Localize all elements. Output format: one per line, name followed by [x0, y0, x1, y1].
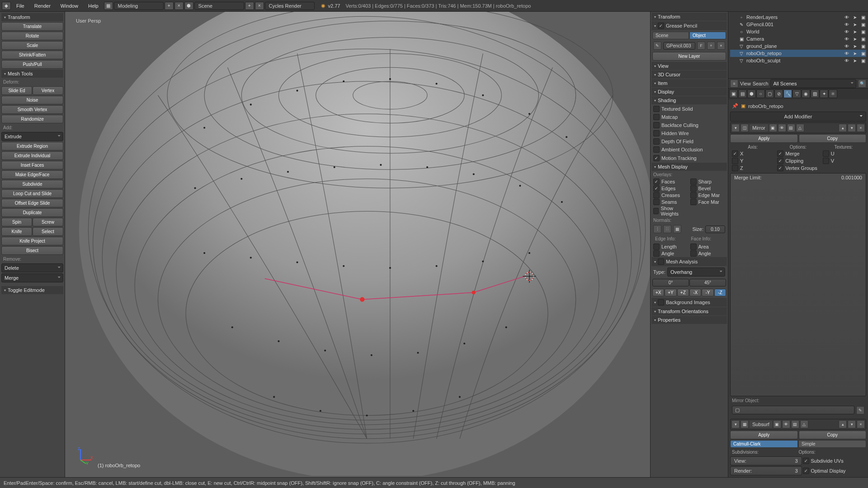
rotate-button[interactable]: Rotate [1, 32, 63, 40]
subsurf-delete[interactable]: × [857, 420, 865, 428]
gp-enable-check[interactable] [658, 23, 664, 29]
subsurf-editmode[interactable]: ▤ [791, 420, 799, 428]
offset-edge-slide-button[interactable]: Offset Edge Slide [1, 199, 63, 207]
blender-icon[interactable]: ◆ [2, 2, 11, 10]
subsurf-view-field[interactable]: View:3 [730, 456, 802, 465]
axis--Z-button[interactable]: -Z [714, 289, 726, 296]
delete-dropdown[interactable]: Delete [1, 263, 63, 272]
item-header[interactable]: Item [651, 79, 727, 87]
subsurf-name-field[interactable]: Subsurf [750, 421, 772, 428]
tab-scene[interactable]: ⬢ [747, 89, 756, 98]
extrude-region-button[interactable]: Extrude Region [1, 142, 63, 150]
visibility-icon[interactable]: 👁 [844, 28, 850, 35]
subsurf-move-up[interactable]: ▴ [839, 420, 847, 428]
selectable-icon[interactable]: ➤ [852, 28, 858, 35]
analysis-type-dropdown[interactable]: Overhang [667, 267, 725, 277]
visibility-icon[interactable]: 👁 [844, 50, 850, 56]
renderable-icon[interactable]: ▣ [860, 28, 866, 35]
tab-modifiers[interactable]: 🔧 [783, 89, 792, 98]
3d-cursor-header[interactable]: 3D Cursor [651, 70, 727, 79]
slide-edge-button[interactable]: Slide Ed [1, 86, 32, 95]
tab-particles[interactable]: ✦ [820, 89, 828, 98]
renderable-icon[interactable]: ▣ [860, 21, 866, 28]
layout-icon[interactable]: ▦ [104, 2, 113, 10]
gp-fake-user[interactable]: F [697, 42, 705, 50]
extrude-dropdown[interactable]: Extrude [1, 132, 63, 141]
normal-vert-icon[interactable]: ⋮ [653, 225, 661, 233]
axis--X-button[interactable]: -X [689, 289, 701, 296]
outliner-item-RenderLayers[interactable]: ▫RenderLayers👁➤▣ [730, 14, 866, 21]
optimal-display-check[interactable] [803, 468, 809, 474]
merge-limit-field[interactable]: Merge Limit: 0.001000 [730, 173, 866, 396]
mirror-move-up[interactable]: ▴ [839, 124, 847, 132]
overlay-Faces-check[interactable] [653, 178, 660, 185]
outliner-search-icon[interactable]: 🔍 [858, 80, 866, 88]
axis--Y-button[interactable]: -Y [702, 289, 713, 296]
mirror-z-check[interactable] [732, 165, 738, 171]
gp-scene-tab[interactable]: Scene [652, 32, 689, 39]
selectable-icon[interactable]: ➤ [852, 50, 858, 56]
analysis-min[interactable]: 0° [652, 279, 689, 286]
axis-+Z-button[interactable]: +Z [677, 289, 689, 296]
overlay-Bevel-check[interactable] [690, 185, 697, 192]
pin-icon[interactable]: 📌 [732, 103, 738, 109]
gp-object-tab[interactable]: Object [689, 32, 726, 39]
subsurf-apply-button[interactable]: Apply [730, 431, 798, 439]
faceinfo-1-check[interactable] [690, 250, 697, 257]
mirror-vgroup-check[interactable] [777, 165, 783, 171]
eyedropper-icon[interactable]: ✎ [856, 406, 864, 414]
shading-0-check[interactable] [653, 106, 660, 112]
shrink-fatten-button[interactable]: Shrink/Fatten [1, 51, 63, 59]
shading-3-check[interactable] [653, 130, 660, 136]
mirror-delete[interactable]: × [857, 124, 865, 132]
screen-layout-dropdown[interactable]: Modeling [114, 2, 164, 10]
normal-size-field[interactable]: 0.10 [705, 225, 725, 233]
shading-4-check[interactable] [653, 138, 660, 145]
visibility-icon[interactable]: 👁 [844, 21, 850, 28]
scene-del[interactable]: × [255, 2, 264, 10]
renderable-icon[interactable]: ▣ [860, 36, 866, 42]
layout-del[interactable]: × [175, 2, 184, 10]
bg-images-header[interactable]: Background Images [651, 298, 727, 307]
view-header[interactable]: View [651, 62, 727, 70]
scale-button[interactable]: Scale [1, 41, 63, 50]
loop-cut-button[interactable]: Loop Cut and Slide [1, 189, 63, 198]
selectable-icon[interactable]: ➤ [852, 57, 858, 64]
mesh-tools-panel-header[interactable]: Mesh Tools [1, 70, 63, 78]
gp-unlink[interactable]: × [717, 42, 725, 50]
outliner-item-roboOrb_retopo[interactable]: ▽roboOrb_retopo👁➤▣ [730, 50, 866, 57]
overlay-Seams-check[interactable] [653, 199, 660, 205]
tab-render-layers[interactable]: ▤ [738, 89, 747, 98]
outliner-filter-dropdown[interactable]: All Scenes [770, 79, 856, 88]
overlay-Face Mar-check[interactable] [690, 199, 697, 205]
axis-+X-button[interactable]: +X [652, 289, 664, 296]
subdivide-button[interactable]: Subdivide [1, 180, 63, 188]
axis-+Y-button[interactable]: +Y [665, 289, 676, 296]
mirror-move-down[interactable]: ▾ [848, 124, 856, 132]
edgeinfo-1-check[interactable] [653, 250, 660, 257]
screw-button[interactable]: Screw [33, 218, 63, 226]
smooth-vertex-button[interactable]: Smooth Vertex [1, 105, 63, 114]
tab-data[interactable]: ▽ [793, 89, 801, 98]
duplicate-button[interactable]: Duplicate [1, 208, 63, 217]
randomize-button[interactable]: Randomize [1, 115, 63, 123]
grease-pencil-header[interactable]: Grease Pencil [651, 21, 727, 30]
edgeinfo-0-check[interactable] [653, 244, 660, 250]
renderable-icon[interactable]: ▣ [860, 50, 866, 56]
selectable-icon[interactable]: ➤ [852, 43, 858, 49]
slide-vertex-button[interactable]: Vertex [33, 86, 63, 95]
mirror-merge-check[interactable] [777, 150, 783, 157]
mirror-apply-button[interactable]: Apply [730, 134, 798, 143]
subsurf-render[interactable]: ▣ [773, 420, 781, 428]
renderable-icon[interactable]: ▣ [860, 14, 866, 20]
outliner-search-menu[interactable]: Search [753, 81, 769, 86]
mesh-display-header[interactable]: Mesh Display [651, 163, 727, 171]
outliner-item-GPencil.001[interactable]: ✎GPencil.001👁➤▣ [730, 21, 866, 28]
selectable-icon[interactable]: ➤ [852, 21, 858, 28]
menu-file[interactable]: File [12, 1, 29, 10]
subdivide-uvs-check[interactable] [803, 458, 809, 464]
translate-button[interactable]: Translate [1, 22, 63, 31]
overlay-Edge Mar-check[interactable] [690, 192, 697, 198]
overlay-Edges-check[interactable] [653, 185, 660, 192]
normal-loop-icon[interactable]: ∷ [663, 225, 671, 233]
